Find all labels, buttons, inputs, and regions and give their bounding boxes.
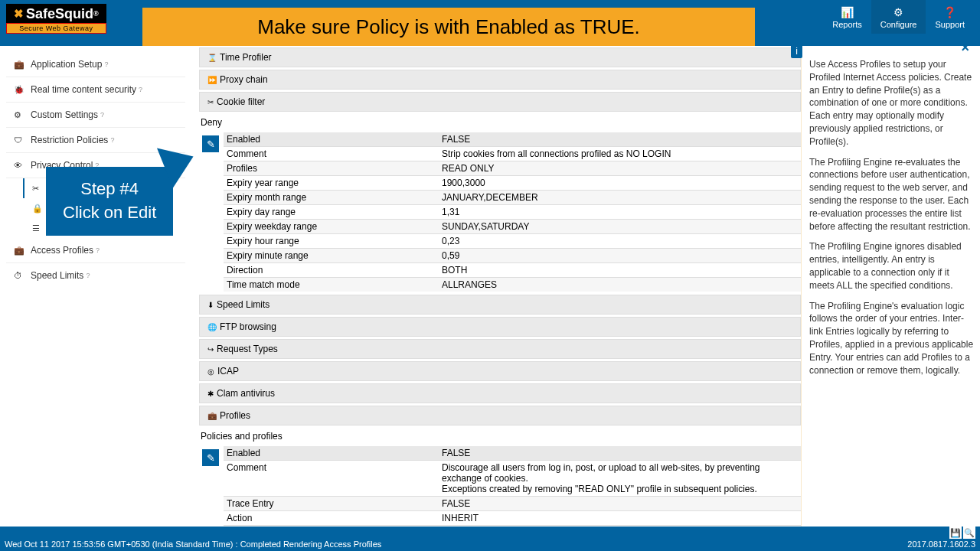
- property-value: JANUARY,DECEMBER: [442, 192, 801, 203]
- help-panel: Use Access Profiles to setup your Profil…: [801, 46, 980, 527]
- property-value: FALSE: [442, 448, 801, 458]
- section-profiles[interactable]: 💼Profiles: [199, 406, 801, 425]
- property-row: Expiry weekday rangeSUNDAY,SATURDAY: [224, 219, 801, 233]
- status-text: Wed Oct 11 2017 15:53:56 GMT+0530 (India…: [5, 540, 381, 549]
- property-value: 0,23: [442, 236, 801, 246]
- property-row: CommentDiscourage all users from log in,…: [224, 460, 801, 496]
- sidebar-speed-limits[interactable]: ⏱Speed Limits?: [6, 263, 185, 288]
- briefcase-icon: 💼: [14, 60, 26, 70]
- property-key: Enabled: [224, 134, 442, 145]
- nav-support[interactable]: ❓Support: [926, 0, 974, 34]
- property-value: BOTH: [442, 265, 801, 276]
- lock-icon: 🔒: [32, 204, 44, 214]
- property-key: Comment: [224, 462, 442, 494]
- property-row: Trace EntryFALSE: [224, 496, 801, 510]
- target-icon: ◎: [207, 367, 214, 376]
- brand-tagline: Secure Web Gateway: [6, 23, 106, 34]
- forward-icon: ⏩: [207, 76, 217, 84]
- property-key: Direction: [224, 265, 442, 276]
- property-value: 0,59: [442, 250, 801, 261]
- property-row: DirectionBOTH: [224, 262, 801, 277]
- help-icon[interactable]: ?: [100, 111, 104, 119]
- deny-label: Deny: [199, 114, 801, 132]
- chart-icon: 📊: [832, 6, 862, 18]
- property-value: INHERIT: [442, 513, 801, 523]
- property-value: Strip cookies from all connections profi…: [442, 148, 801, 159]
- property-value: 1,31: [442, 207, 801, 217]
- globe-icon: 🌐: [207, 323, 217, 331]
- help-icon[interactable]: ?: [110, 136, 114, 144]
- list-icon: ☰: [32, 223, 44, 233]
- hourglass-icon: ⌛: [207, 54, 217, 62]
- property-key: Expiry hour range: [224, 236, 442, 246]
- property-key: Expiry month range: [224, 192, 442, 203]
- help-icon[interactable]: ?: [139, 86, 142, 93]
- step-callout: Step #4Click on Edit: [46, 167, 173, 236]
- briefcase-icon: 💼: [207, 412, 217, 420]
- wrench-icon: ✖: [14, 7, 24, 21]
- property-row: EnabledFALSE: [224, 446, 801, 460]
- property-key: Enabled: [224, 448, 442, 458]
- property-value: FALSE: [442, 134, 801, 145]
- content-area: ⌛Time Profiler ⏩Proxy chain ✂Cookie filt…: [191, 46, 801, 527]
- policy-properties: EnabledFALSECommentDiscourage all users …: [224, 446, 801, 527]
- property-row: ActionINHERIT: [224, 510, 801, 525]
- section-time-profiler[interactable]: ⌛Time Profiler: [199, 47, 801, 67]
- sidebar-access-profiles[interactable]: 💼Access Profiles?: [6, 238, 185, 263]
- property-row: Expiry hour range0,23: [224, 233, 801, 248]
- section-proxy-chain[interactable]: ⏩Proxy chain: [199, 70, 801, 90]
- version-text: 2017.0817.1602.3: [907, 540, 975, 549]
- briefcase-icon: 💼: [14, 246, 26, 256]
- instruction-banner: Make sure Policy is with Enabled as TRUE…: [142, 8, 755, 46]
- search-icon[interactable]: 🔍: [963, 527, 975, 539]
- property-row: ProfilesREAD ONLY: [224, 161, 801, 175]
- sidebar-realtime-security[interactable]: 🐞Real time content security?: [6, 77, 185, 103]
- property-key: Time match mode: [224, 279, 442, 290]
- policy-properties: EnabledFALSECommentStrip cookies from al…: [224, 132, 801, 292]
- nav-configure[interactable]: ⚙Configure: [871, 0, 926, 34]
- info-button[interactable]: i: [791, 44, 802, 58]
- gauge-icon: ⏱: [14, 271, 26, 280]
- eye-icon: 👁: [14, 161, 26, 170]
- sidebar-custom-settings[interactable]: ⚙Custom Settings?: [6, 103, 185, 128]
- property-row: Expiry minute range0,59: [224, 248, 801, 262]
- property-key: Action: [224, 513, 442, 523]
- property-value: 1900,3000: [442, 178, 801, 188]
- help-icon[interactable]: ?: [104, 60, 108, 68]
- property-value: READ ONLY: [442, 163, 801, 174]
- property-row: Expiry day range1,31: [224, 204, 801, 219]
- section-cookie-filter[interactable]: ✂Cookie filter: [199, 92, 801, 112]
- property-value: ALLRANGES: [442, 279, 801, 290]
- property-row: Expiry month rangeJANUARY,DECEMBER: [224, 190, 801, 204]
- close-info-icon[interactable]: ×: [961, 40, 969, 56]
- help-icon[interactable]: ?: [96, 246, 100, 254]
- section-clam-antivirus[interactable]: ✱Clam antivirus: [199, 383, 801, 403]
- property-key: Expiry weekday range: [224, 221, 442, 232]
- property-key: Expiry minute range: [224, 250, 442, 261]
- section-speed-limits[interactable]: ⬇Speed Limits: [199, 295, 801, 315]
- sliders-icon: ⚙: [14, 110, 26, 120]
- section-request-types[interactable]: ↪Request Types: [199, 339, 801, 359]
- policies-profiles-label: Policies and profiles: [199, 428, 801, 446]
- edit-button[interactable]: ✎: [202, 449, 219, 466]
- cut-icon: ✂: [207, 98, 214, 106]
- section-ftp-browsing[interactable]: 🌐FTP browsing: [199, 317, 801, 337]
- save-icon[interactable]: 💾: [949, 527, 962, 539]
- property-value: Discourage all users from log in, post, …: [442, 462, 801, 494]
- asterisk-icon: ✱: [207, 390, 214, 398]
- edit-button[interactable]: ✎: [202, 135, 219, 152]
- download-icon: ⬇: [207, 301, 214, 309]
- property-row: EnabledFALSE: [224, 132, 801, 146]
- property-row: Time match modeALLRANGES: [224, 277, 801, 292]
- help-icon[interactable]: ?: [86, 272, 90, 279]
- nav-reports[interactable]: 📊Reports: [823, 0, 871, 34]
- property-key: Trace Entry: [224, 498, 442, 509]
- property-row: CommentStrip cookies from all connection…: [224, 146, 801, 161]
- property-key: Expiry day range: [224, 207, 442, 217]
- sidebar: 💼Application Setup? 🐞Real time content s…: [0, 46, 191, 527]
- sidebar-application-setup[interactable]: 💼Application Setup?: [6, 52, 185, 77]
- cut-icon: ✂: [32, 184, 44, 194]
- brand-logo: ✖SafeSquid® Secure Web Gateway: [6, 4, 106, 34]
- share-icon: ↪: [207, 345, 214, 354]
- section-icap[interactable]: ◎ICAP: [199, 361, 801, 381]
